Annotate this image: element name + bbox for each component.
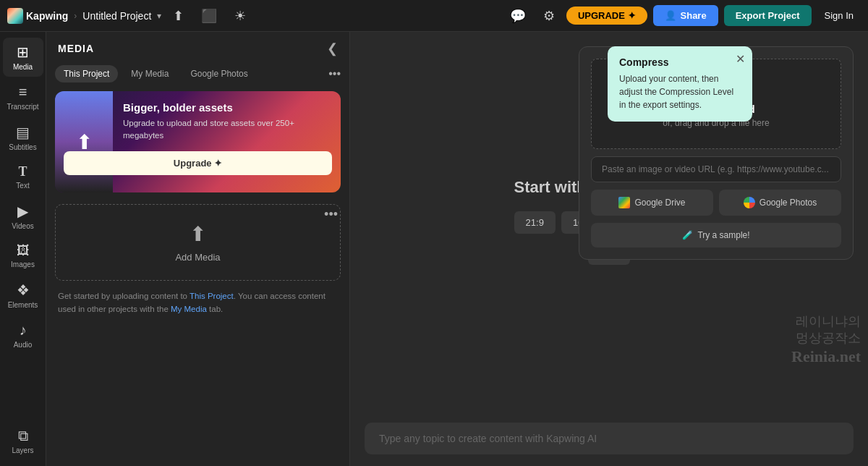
chevron-down-icon[interactable]: ▾ [157,11,161,21]
share-icon: 👤 [665,10,676,21]
tab-google-photos[interactable]: Google Photos [182,65,256,82]
upgrade-button[interactable]: UPGRADE ✦ [566,7,647,25]
compress-tooltip: ✕ Compress Upload your content, then adj… [608,46,752,122]
ai-input-bar[interactable]: Type any topic to create content with Ka… [365,423,854,454]
sidebar-item-text[interactable]: T Text [3,158,43,195]
nav-label-audio: Audio [14,341,33,349]
nav-label-media: Media [13,63,33,71]
add-media-label: Add Media [175,252,220,263]
sidebar-help-text: Get started by uploading content to This… [46,289,349,316]
videos-icon: ▶ [17,203,28,220]
upgrade-card-button[interactable]: Upgrade ✦ [64,151,332,175]
nav-label-videos: Videos [12,222,33,230]
google-photos-icon [744,197,755,208]
sidebar-item-subtitles[interactable]: ▤ Subtitles [3,118,43,157]
brightness-icon[interactable]: ☀ [229,5,252,27]
kapwing-logo-icon [7,8,23,24]
sidebar-item-layers[interactable]: ⧉ Layers [3,422,43,460]
images-icon: 🖼 [17,243,30,258]
compress-close-button[interactable]: ✕ [736,52,745,66]
ratio-21-9[interactable]: 21:9 [514,211,556,234]
help-text-1: Get started by uploading content to [58,292,190,300]
sidebar-item-elements[interactable]: ❖ Elements [3,276,43,315]
icon-nav: ⊞ Media ≡ Transcript ▤ Subtitles T Text … [0,32,46,466]
drive-row: Google Drive Google Photos [591,190,841,216]
share-label: Share [681,10,707,21]
sidebar: MEDIA ❮ This Project My Media Google Pho… [46,32,350,466]
nav-label-subtitles: Subtitles [9,143,36,151]
add-media-upload-icon: ⬆ [190,222,206,246]
nav-label-images: Images [11,260,35,268]
add-media-area[interactable]: ⬆ Add Media [55,204,341,281]
upgrade-card-content: Bigger, bolder assets Upgrade to upload … [55,91,341,151]
subtitle-icon[interactable]: ⬛ [195,5,223,27]
sidebar-item-images[interactable]: 🖼 Images [3,237,43,274]
help-link-my-media[interactable]: My Media [171,305,207,313]
text-icon: T [18,164,27,179]
help-link-this-project[interactable]: This Project [190,292,234,300]
main-canvas: Start with a blank canvas 21:9 16:9 1:1 … [350,32,868,466]
add-media-more-button[interactable]: ••• [324,207,338,222]
sidebar-tabs: This Project My Media Google Photos ••• [46,65,349,82]
settings-icon[interactable]: ⚙ [537,5,561,27]
project-title[interactable]: Untitled Project [82,10,151,22]
elements-icon: ❖ [17,281,30,299]
google-photos-label: Google Photos [760,198,817,208]
help-text-3: tab. [207,305,223,313]
upgrade-heading: Bigger, bolder assets [123,101,331,114]
brand-name: Kapwing [26,10,68,22]
comment-icon[interactable]: 💬 [504,5,532,27]
signin-button[interactable]: Sign In [817,5,861,26]
export-button[interactable]: Export Project [724,5,812,26]
nav-label-transcript: Transcript [7,103,38,111]
nav-label-layers: Layers [12,446,33,454]
sidebar-title: MEDIA [58,43,94,54]
main-layout: ⊞ Media ≡ Transcript ▤ Subtitles T Text … [0,32,868,466]
audio-icon: ♪ [20,322,27,339]
upgrade-body: Upgrade to upload and store assets over … [123,117,331,141]
layers-icon: ⧉ [18,428,28,444]
ai-input-placeholder: Type any topic to create content with Ka… [379,433,597,444]
canvas-area: Start with a blank canvas 21:9 16:9 1:1 … [350,32,868,411]
topbar: Kapwing › Untitled Project ▾ ⬆ ⬛ ☀ 💬 ⚙ U… [0,0,868,32]
sidebar-item-transcript[interactable]: ≡ Transcript [3,78,43,116]
logo: Kapwing [7,8,68,24]
sidebar-item-audio[interactable]: ♪ Audio [3,316,43,355]
upgrade-card: ⬆ Bigger, bolder assets Upgrade to uploa… [55,91,341,192]
sidebar-item-videos[interactable]: ▶ Videos [3,197,43,236]
share-button[interactable]: 👤 Share [653,5,718,26]
compress-body: Upload your content, then adjust the Com… [619,72,741,111]
google-drive-icon [618,197,630,208]
breadcrumb-sep: › [74,11,77,21]
media-icon: ⊞ [17,43,29,61]
flask-icon: 🧪 [682,230,693,240]
nav-label-text: Text [16,182,29,190]
tab-this-project[interactable]: This Project [55,65,118,82]
more-options-button[interactable]: ••• [328,65,341,82]
transcript-icon: ≡ [19,84,27,101]
nav-label-elements: Elements [8,301,38,309]
google-drive-label: Google Drive [634,198,685,208]
tab-my-media[interactable]: My Media [122,65,177,82]
watermark: 레이니냐의 멍상공작소 Reinia.net [791,313,861,368]
sidebar-header: MEDIA ❮ [46,32,349,65]
try-sample-button[interactable]: 🧪 Try a sample! [591,223,841,247]
google-drive-button[interactable]: Google Drive [591,190,713,216]
google-photos-button[interactable]: Google Photos [719,190,841,216]
sidebar-item-media[interactable]: ⊞ Media [3,38,43,77]
url-input[interactable] [591,156,841,182]
try-sample-label: Try a sample! [697,230,749,240]
upload-icon[interactable]: ⬆ [167,5,190,27]
compress-title: Compress [619,56,741,68]
topbar-actions: 💬 ⚙ UPGRADE ✦ 👤 Share Export Project Sig… [504,5,861,27]
subtitles-icon: ▤ [16,124,30,141]
add-media-wrapper: ••• ⬆ Add Media [46,195,349,289]
sidebar-close-button[interactable]: ❮ [327,41,338,56]
